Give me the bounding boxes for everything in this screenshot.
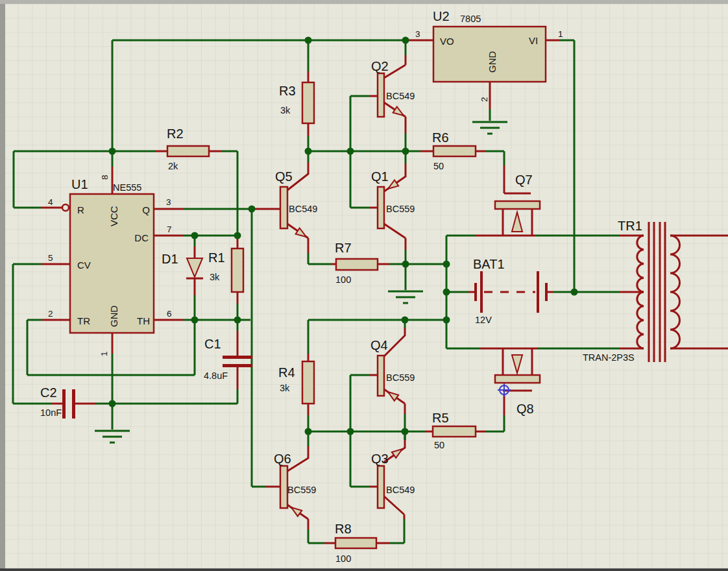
- q5-value[interactable]: BC549: [289, 204, 317, 214]
- schematic-canvas: U1 NE555 R CV TR Q DC TH VCC GND 4 5 2 3…: [0, 0, 728, 571]
- u1-pinnum-5: 5: [48, 253, 53, 263]
- r2-value[interactable]: 2k: [168, 161, 178, 171]
- edge-top: [0, 0, 728, 4]
- u2-pinnum-2: 2: [479, 97, 489, 102]
- invert-bubble: [62, 204, 69, 211]
- r3-ref[interactable]: R3: [279, 84, 296, 98]
- r1-ref[interactable]: R1: [208, 250, 225, 265]
- r8-value[interactable]: 100: [335, 553, 351, 564]
- d1-ref[interactable]: D1: [162, 252, 178, 266]
- u1-pinnum-1: 1: [99, 351, 109, 356]
- q3-ref[interactable]: Q3: [371, 452, 389, 466]
- q3-value[interactable]: BC549: [386, 485, 415, 495]
- u1-pinnum-4: 4: [48, 197, 53, 207]
- c1-ref[interactable]: C1: [204, 337, 221, 351]
- u1-pin-r: R: [77, 204, 84, 215]
- r6-ref[interactable]: R6: [432, 130, 449, 145]
- u1-part[interactable]: NE555: [113, 182, 141, 193]
- u1-pin-tr: TR: [77, 315, 90, 326]
- u2-pinnum-1: 1: [558, 29, 563, 39]
- u2-pin-vi: VI: [529, 35, 538, 46]
- u2-pin-gnd: GND: [487, 51, 498, 73]
- r8-ref[interactable]: R8: [335, 522, 352, 536]
- q2-ref[interactable]: Q2: [371, 59, 389, 73]
- u1-pinnum-3: 3: [166, 197, 171, 207]
- r7-ref[interactable]: R7: [335, 241, 352, 255]
- q1-ref[interactable]: Q1: [371, 169, 389, 184]
- q8-ref[interactable]: Q8: [516, 402, 534, 416]
- r1-value[interactable]: 3k: [210, 272, 220, 282]
- q4-ref[interactable]: Q4: [370, 338, 388, 352]
- u1-pinnum-6: 6: [167, 309, 172, 319]
- q4-value[interactable]: BC559: [386, 372, 415, 383]
- r6-value[interactable]: 50: [433, 161, 444, 171]
- r4-value[interactable]: 3k: [280, 383, 290, 393]
- u1-pin-gnd: GND: [108, 306, 119, 328]
- q1-value[interactable]: BC559: [386, 204, 415, 214]
- u1-pin-th: TH: [137, 315, 150, 326]
- r7-value[interactable]: 100: [335, 274, 351, 285]
- r3-value[interactable]: 3k: [280, 105, 291, 115]
- tr1-ref[interactable]: TR1: [618, 219, 642, 233]
- edge-left: [0, 0, 5, 571]
- edge-bottom: [0, 568, 728, 571]
- q2-value[interactable]: BC549: [386, 91, 415, 101]
- u2-pinnum-3: 3: [415, 29, 420, 39]
- c2-ref[interactable]: C2: [40, 385, 57, 400]
- q6-ref[interactable]: Q6: [274, 452, 291, 466]
- u1-pin-dc: DC: [134, 232, 149, 243]
- u1-pinnum-2: 2: [48, 309, 53, 319]
- q5-ref[interactable]: Q5: [275, 169, 293, 184]
- r4-ref[interactable]: R4: [278, 365, 295, 380]
- c1-value[interactable]: 4.8uF: [204, 371, 228, 381]
- bat1-value[interactable]: 12V: [475, 315, 492, 325]
- tr1-value[interactable]: TRAN-2P3S: [583, 352, 635, 363]
- r2-ref[interactable]: R2: [167, 127, 184, 141]
- u1-ref[interactable]: U1: [71, 177, 88, 191]
- u1-pinnum-8: 8: [100, 175, 110, 180]
- bat1-ref[interactable]: BAT1: [473, 257, 505, 271]
- r5-ref[interactable]: R5: [432, 411, 449, 425]
- u1-pin-cv: CV: [77, 260, 91, 271]
- c2-value[interactable]: 10nF: [40, 407, 62, 418]
- u2-ref[interactable]: U2: [433, 9, 450, 23]
- u1-pinnum-7: 7: [167, 225, 172, 234]
- u1-pin-vcc: VCC: [108, 206, 119, 226]
- q6-value[interactable]: BC559: [287, 485, 316, 495]
- u1-pin-q: Q: [142, 204, 150, 215]
- q7-ref[interactable]: Q7: [515, 173, 533, 187]
- schematic-sheet[interactable]: U1 NE555 R CV TR Q DC TH VCC GND 4 5 2 3…: [0, 0, 728, 571]
- r5-value[interactable]: 50: [434, 440, 444, 450]
- u2-part[interactable]: 7805: [460, 14, 481, 24]
- u2-pin-vo: VO: [440, 36, 454, 47]
